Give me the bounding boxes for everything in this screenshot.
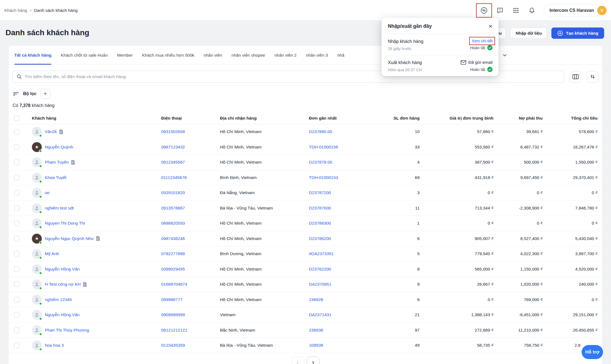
next-page-button[interactable]	[307, 357, 319, 364]
customer-name-link[interactable]: Nguyễn Hồng Vân	[45, 312, 80, 317]
customer-name-link[interactable]: nghiêm 12345	[45, 297, 72, 302]
phone-link[interactable]: 0931502658	[161, 129, 185, 134]
total-spent-value: 0 ₫	[543, 221, 602, 226]
feedback-button[interactable]	[496, 6, 504, 15]
breadcrumb-customers-link[interactable]: Khách hàng	[4, 8, 27, 13]
tab-6[interactable]: nhân viên 2	[275, 46, 297, 65]
address-text: Hồ Chí Minh, Vietnam	[220, 221, 261, 225]
tab-4[interactable]: nhân viên	[204, 46, 222, 65]
popup-item-name: Xuất khách hàng	[388, 60, 422, 65]
notifications-button[interactable]	[528, 6, 536, 15]
phone-link[interactable]: 0913578867	[161, 206, 185, 210]
phone-link[interactable]: 099988777	[161, 297, 183, 302]
row-checkbox[interactable]	[14, 236, 20, 241]
account-avatar: V	[597, 6, 607, 15]
last-order-link[interactable]: TDH-01000156	[309, 145, 338, 149]
row-checkbox[interactable]	[14, 205, 20, 211]
table-row: ★ hoa hoa 3 0123435359 Bà Rịa - Vũng Tàu…	[9, 338, 602, 353]
row-checkbox[interactable]	[14, 343, 20, 348]
tabs-overflow-button[interactable]	[502, 46, 507, 65]
phone-link[interactable]: 09121212121	[161, 328, 187, 332]
apps-button[interactable]	[512, 6, 520, 15]
phone-link[interactable]: 0329101820	[161, 190, 185, 195]
customer-name-link[interactable]: Phạm Tuyên	[45, 160, 69, 165]
phone-link[interactable]: 0987123432	[161, 145, 185, 149]
online-dot	[39, 134, 42, 137]
person-icon	[34, 220, 40, 226]
last-order-link[interactable]: DA2370851	[309, 282, 331, 286]
row-checkbox[interactable]	[14, 297, 20, 302]
tab-8[interactable]: nhâ	[337, 46, 344, 65]
avatar: ★	[32, 157, 42, 167]
popup-item-action[interactable]: Xem chi tiết	[472, 39, 493, 43]
row-checkbox[interactable]	[14, 175, 20, 180]
tab-2[interactable]: Member	[117, 46, 133, 65]
customer-name-link[interactable]: Nguyễn Quỳnh	[45, 145, 73, 150]
customer-name-link[interactable]: Nguyễn Ngọc Quỳnh Như	[45, 236, 94, 241]
customer-name-link[interactable]: Nguyen Thi Dong Thi	[45, 221, 85, 226]
import-export-history-button[interactable]	[480, 6, 488, 15]
last-order-link[interactable]: D23787000	[309, 206, 331, 210]
row-checkbox[interactable]	[14, 144, 20, 150]
last-order-link[interactable]: D23786300	[309, 221, 331, 225]
add-filter-button[interactable]: +	[40, 89, 50, 99]
row-checkbox[interactable]	[14, 251, 20, 257]
table-row: ★ Phan Thị Thủy Phương 09121212121 Bắc N…	[9, 323, 602, 338]
account-menu[interactable]: Intercom CS Haravan V	[544, 4, 608, 17]
last-order-link[interactable]: D237880.00	[309, 129, 332, 134]
phone-link[interactable]: 0782277888	[161, 251, 185, 256]
customer-name-link[interactable]: Phan Thị Thủy Phương	[45, 328, 89, 333]
last-order-link[interactable]: 236928	[309, 297, 323, 302]
online-dot	[39, 348, 42, 351]
customer-name-link[interactable]: hoa hoa 3	[45, 343, 64, 348]
tab-0[interactable]: Tất cả khách hàng	[14, 46, 51, 65]
tab-1[interactable]: Khách chốt từ sale Huân	[61, 46, 108, 65]
feedback-chat-icon	[496, 7, 504, 14]
row-checkbox[interactable]	[14, 282, 20, 287]
customer-name-link[interactable]: H Test công nợ KH	[45, 282, 81, 287]
phone-link[interactable]: 0987436246	[161, 236, 185, 241]
phone-link[interactable]: 01112345678	[161, 175, 187, 180]
col-header-receivable: Nợ phải thu	[493, 116, 543, 121]
sort-button[interactable]	[587, 71, 598, 82]
last-order-link[interactable]: D23786200	[309, 236, 331, 241]
customer-name-link[interactable]: oo	[45, 190, 49, 195]
create-customer-button[interactable]: Tạo khách hàng	[551, 27, 604, 39]
row-checkbox[interactable]	[14, 129, 20, 134]
prev-page-button[interactable]	[292, 357, 304, 364]
row-checkbox[interactable]	[14, 220, 20, 226]
tab-5[interactable]: nhân viên shopee	[231, 46, 265, 65]
last-order-link[interactable]: TDH-01000153	[309, 175, 338, 180]
last-order-link[interactable]: DA2371431	[309, 312, 331, 317]
phone-link[interactable]: 0399029495	[161, 267, 185, 271]
phone-link[interactable]: 0123435359	[161, 343, 185, 348]
tab-7[interactable]: nhân viên 3	[306, 46, 328, 65]
address-text: Bà Rịa - Vũng Tàu, Vietnam	[220, 343, 273, 348]
row-checkbox[interactable]	[14, 312, 20, 318]
last-order-link[interactable]: D237878.00	[309, 160, 332, 164]
import-data-button[interactable]: Nhập dữ liệu	[510, 27, 547, 39]
customer-name-link[interactable]: Khoa Tuyết	[45, 175, 66, 180]
last-order-link[interactable]: #DA2373351	[309, 251, 334, 256]
phone-link[interactable]: 01689704674	[161, 282, 187, 286]
tab-3[interactable]: Khách mua nhiều hơn 500k	[142, 46, 194, 65]
last-order-link[interactable]: D23762200	[309, 267, 331, 271]
row-checkbox[interactable]	[14, 159, 20, 165]
row-checkbox[interactable]	[14, 266, 20, 272]
phone-link[interactable]: 0912345567	[161, 160, 185, 164]
select-all-checkbox[interactable]	[14, 115, 20, 121]
row-checkbox[interactable]	[14, 190, 20, 195]
customer-name-link[interactable]: Mỹ Anh	[45, 251, 59, 256]
last-order-link[interactable]: D23787200	[309, 190, 331, 195]
support-button[interactable]: Hỗ trợ	[582, 345, 603, 359]
last-order-link[interactable]: 236938	[309, 328, 323, 332]
row-checkbox[interactable]	[14, 327, 20, 333]
customer-name-link[interactable]: Vân2k	[45, 129, 57, 134]
customer-name-link[interactable]: Nguyễn Hồng Vân	[45, 267, 80, 272]
customer-name-link[interactable]: nghiêm test sdt	[45, 206, 74, 211]
columns-settings-button[interactable]	[570, 71, 581, 82]
phone-link[interactable]: 0909888999	[161, 312, 185, 317]
last-order-link[interactable]: 108938	[309, 343, 323, 348]
phone-link[interactable]: 0888820593	[161, 221, 185, 225]
popup-close-button[interactable]: ✕	[488, 24, 493, 29]
